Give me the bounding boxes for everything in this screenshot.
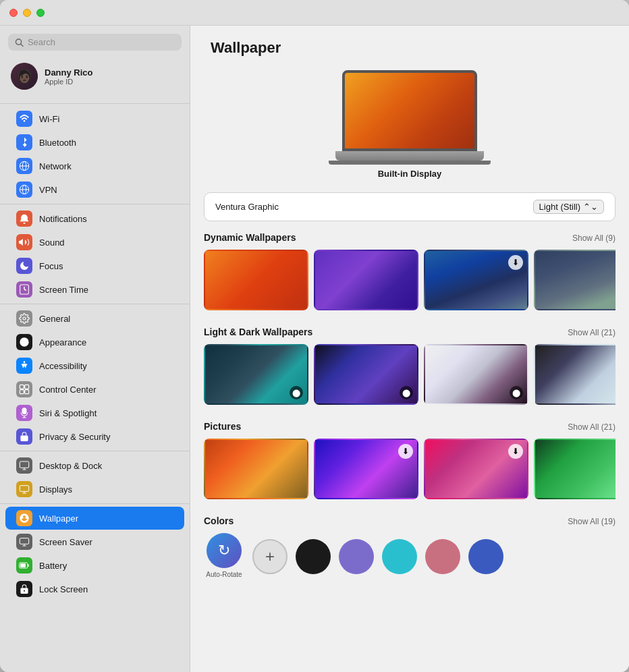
sidebar-item-sound[interactable]: Sound (5, 231, 184, 254)
svg-point-29 (24, 590, 25, 592)
lockscreen-icon (16, 581, 32, 597)
search-icon (15, 38, 24, 47)
wallpaper-thumb[interactable] (204, 250, 308, 310)
privacy-icon (16, 428, 32, 445)
svg-point-12 (20, 337, 28, 346)
svg-rect-20 (20, 436, 28, 441)
add-color-button[interactable]: + (252, 539, 288, 574)
svg-point-11 (23, 317, 26, 320)
sidebar-item-network[interactable]: Network (5, 155, 184, 177)
wallpaper-thumb[interactable] (204, 439, 308, 499)
auto-rotate-icon: ↻ (207, 533, 242, 568)
sidebar-item-label-wifi: Wi-Fi (39, 114, 59, 124)
dynamic-wallpaper-grid: ⬇ ⬇ (204, 250, 616, 310)
section-header-pictures: Pictures Show All (21) (204, 421, 616, 432)
controlcenter-icon (16, 381, 32, 397)
scroll-area[interactable]: Dynamic Wallpapers Show All (9) ⬇ ⬇ (190, 221, 629, 672)
wallpaper-mode-button[interactable]: Light (Still) ⌃⌄ (533, 200, 604, 214)
sidebar-item-desktop[interactable]: Desktop & Dock (5, 454, 184, 477)
sidebar-item-privacy[interactable]: Privacy & Security (5, 425, 184, 448)
svg-rect-25 (20, 538, 28, 544)
sidebar-item-controlcenter[interactable]: Control Center (5, 378, 184, 401)
section-dynamic: Dynamic Wallpapers Show All (9) ⬇ ⬇ (204, 232, 616, 310)
light-dark-wallpaper-grid: ⬤ ⬤ ⬤ ⬤ (204, 344, 616, 405)
laptop-bottom (329, 161, 491, 165)
show-all-pictures[interactable]: Show All (21) (568, 422, 616, 432)
show-all-dynamic[interactable]: Show All (9) (572, 233, 616, 243)
download-icon: ⬇ (508, 444, 523, 459)
sidebar-divider-displays (0, 503, 190, 504)
sidebar-item-label-screentime: Screen Time (39, 285, 88, 295)
user-profile[interactable]: 🧑🏿 Danny Rico Apple ID (0, 57, 190, 98)
sidebar-item-screensaver[interactable]: Screen Saver (5, 530, 184, 553)
sidebar-item-screentime[interactable]: Screen Time (5, 278, 184, 301)
wallpaper-icon (16, 510, 32, 526)
pictures-wallpaper-grid: ⬇ ⬇ ⬇ (204, 439, 616, 499)
sidebar-item-label-bluetooth: Bluetooth (39, 138, 76, 148)
wallpaper-thumb[interactable]: ⬤ (424, 344, 528, 405)
sidebar-item-accessibility[interactable]: Accessibility (5, 354, 184, 377)
sidebar-item-label-privacy: Privacy & Security (39, 432, 110, 442)
close-button[interactable] (9, 9, 18, 17)
sidebar-item-label-vpn: VPN (39, 185, 57, 195)
sidebar-item-displays[interactable]: Displays (5, 478, 184, 501)
auto-rotate-label: Auto-Rotate (206, 571, 242, 578)
wallpaper-thumb[interactable]: ⬇ (534, 250, 616, 310)
show-all-light-dark[interactable]: Show All (21) (568, 328, 616, 337)
sidebar-item-label-accessibility: Accessibility (39, 361, 87, 371)
laptop-base (335, 151, 484, 161)
network-icon (16, 158, 32, 174)
search-input[interactable] (28, 37, 175, 47)
avatar-image: 🧑🏿 (11, 63, 38, 90)
sidebar-divider-1 (0, 103, 190, 104)
download-icon: ⬇ (398, 444, 413, 459)
color-swatch-black[interactable] (296, 539, 331, 574)
section-title-pictures: Pictures (204, 421, 241, 432)
screensaver-icon (16, 534, 32, 550)
displays-icon (16, 481, 32, 497)
search-bar[interactable] (8, 34, 182, 51)
color-auto-rotate[interactable]: ↻ Auto-Rotate (204, 533, 244, 580)
color-swatch-rose[interactable] (425, 539, 460, 574)
sidebar-item-general[interactable]: General (5, 307, 184, 330)
content-area: 🧑🏿 Danny Rico Apple ID Wi-FiBluetoothNet… (0, 26, 629, 672)
wallpaper-thumb[interactable] (314, 250, 418, 310)
wallpaper-thumb[interactable]: ⬇ (424, 439, 528, 499)
sidebar-item-label-battery: Battery (39, 561, 67, 571)
wallpaper-thumb[interactable]: ⬤ (204, 344, 308, 405)
svg-rect-16 (20, 390, 24, 394)
sidebar-item-focus[interactable]: Focus (5, 254, 184, 277)
wallpaper-thumb[interactable]: ⬇ (424, 250, 528, 310)
wallpaper-thumb[interactable]: ⬤ (314, 344, 418, 405)
svg-rect-27 (20, 563, 26, 567)
sidebar-item-notifications[interactable]: Notifications (5, 207, 184, 230)
sidebar-divider-screentime (0, 304, 190, 304)
sidebar-item-label-screensaver: Screen Saver (39, 537, 92, 547)
maximize-button[interactable] (36, 9, 45, 17)
display-label: Built-in Display (378, 169, 442, 179)
sidebar-item-appearance[interactable]: Appearance (5, 331, 184, 354)
sidebar-item-battery[interactable]: Battery (5, 554, 184, 577)
sidebar-item-label-controlcenter: Control Center (39, 385, 97, 395)
sidebar-item-label-network: Network (39, 161, 72, 171)
main-content: Wallpaper Built-in Display Ventura Graph… (190, 26, 629, 672)
svg-line-10 (24, 289, 26, 290)
sidebar-item-vpn[interactable]: VPN (5, 178, 184, 201)
display-preview: Built-in Display (190, 63, 629, 192)
color-swatch-blue[interactable] (468, 539, 503, 574)
minimize-button[interactable] (23, 9, 31, 17)
sidebar-item-label-focus: Focus (39, 261, 63, 271)
wallpaper-thumb[interactable]: ⬇ (314, 439, 418, 499)
sidebar-item-wifi[interactable]: Wi-Fi (5, 107, 184, 130)
svg-line-1 (21, 44, 23, 46)
bluetooth-icon (16, 134, 32, 150)
sidebar-item-siri[interactable]: Siri & Spotlight (5, 401, 184, 424)
sidebar-item-bluetooth[interactable]: Bluetooth (5, 131, 184, 154)
wallpaper-thumb[interactable]: ⬇ (534, 439, 616, 499)
color-swatch-teal[interactable] (382, 539, 417, 574)
color-swatch-purple[interactable] (339, 539, 374, 574)
sidebar-item-lockscreen[interactable]: Lock Screen (5, 578, 184, 600)
show-all-colors[interactable]: Show All (19) (568, 517, 616, 526)
sidebar-item-wallpaper[interactable]: Wallpaper (5, 507, 184, 530)
wallpaper-thumb[interactable]: ⬤ (534, 344, 616, 405)
